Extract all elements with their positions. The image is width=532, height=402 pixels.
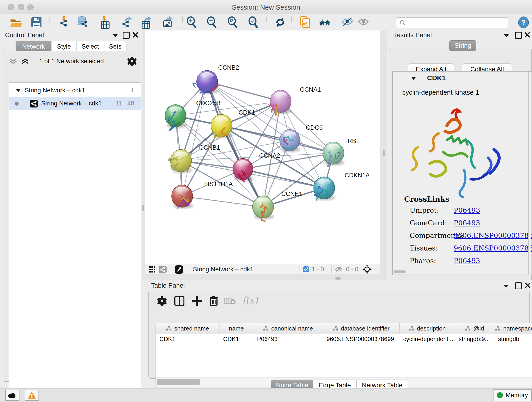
export-image-button[interactable] [162,16,174,29]
show-columns-icon[interactable] [174,296,184,306]
control-panel-float-icon[interactable] [123,32,130,39]
refresh-layout-button[interactable] [274,16,287,29]
zoom-selected-button[interactable] [247,16,260,29]
results-horizontal-scrollbar[interactable] [394,270,405,273]
node-CDK1[interactable] [211,114,233,140]
control-panel-close-icon[interactable] [133,32,138,38]
table-options-gear-icon[interactable] [157,296,167,306]
table-panel-close-icon[interactable] [525,282,531,288]
zoom-in-button[interactable] [185,16,198,29]
table-cell[interactable]: stringdb [494,334,532,344]
import-network-button[interactable] [57,16,70,29]
results-panel-float-icon[interactable] [515,32,522,39]
results-panel-collapse-icon[interactable] [503,33,510,38]
results-panel-close-icon[interactable] [524,32,530,38]
table-panel-float-icon[interactable] [515,282,522,289]
warning-icon [28,391,36,399]
first-neighbors-button[interactable] [319,16,332,29]
table-hscroll-thumb[interactable] [157,379,200,385]
node-label-CDKN1A: CDKN1A [345,172,370,179]
table-cell[interactable]: 9606.ENSP00000378699 [323,334,399,344]
memory-button[interactable]: Memory [493,389,532,401]
statusbar-separator [171,265,171,274]
network-collection-row[interactable]: String Network – cdk1 1 [9,84,141,97]
export-table-button[interactable] [140,16,153,29]
node-label-CCNB1: CCNB1 [199,144,220,151]
hidden-eye-icon[interactable] [335,266,343,273]
tab-string[interactable]: String [449,40,476,51]
edge-CCNE1-HIST1H1A[interactable] [182,196,263,207]
tab-select[interactable]: Select [76,41,104,52]
divider-handle[interactable] [335,277,341,280]
import-table-button[interactable] [97,16,110,29]
divider-bottom[interactable] [145,274,380,280]
node-CDC25B[interactable] [165,104,187,130]
zoom-out-button[interactable] [206,16,218,29]
import-database-button[interactable] [76,16,89,29]
cloud-button[interactable] [5,390,19,401]
gene-header[interactable]: CDK1 [393,71,531,85]
column-header-description[interactable]: description [399,323,455,334]
show-all-button[interactable] [357,16,370,29]
divider-handle[interactable] [142,205,144,211]
gene-name: CDK1 [427,74,446,82]
fit-content-crosshair-icon[interactable] [362,265,372,274]
gene-expander-icon[interactable] [411,76,417,80]
node-CCNE1[interactable] [253,196,274,221]
node-CCNB2[interactable] [193,70,218,94]
warning-button[interactable] [25,390,39,401]
table-cell[interactable]: P06493 [253,334,322,344]
crosslink-pharos-link[interactable]: P06493 [454,257,480,265]
export-network-button[interactable] [121,16,133,29]
network-options-gear-icon[interactable] [127,56,137,66]
node-CCNA2[interactable] [233,158,254,182]
selected-checkbox-icon[interactable] [303,266,309,273]
edge-CCNA2-CDKN1A[interactable] [243,169,324,188]
crosslink-compartments-link[interactable]: 9606.ENSP00000378699 [454,231,532,240]
network-row-selected[interactable]: String Network – cdk1 11 48 [9,97,141,110]
column-header-name[interactable]: name [220,323,253,334]
column-header-sharedname[interactable]: shared name [156,323,220,334]
delete-column-trash-icon[interactable] [209,295,219,306]
create-column-plus-icon[interactable] [192,296,202,306]
crosslink-genecard-link[interactable]: P06493 [454,219,480,227]
open-session-button[interactable] [9,16,22,29]
node-CCNB1[interactable] [169,149,192,173]
search-input[interactable] [396,17,508,28]
column-header-canonicalname[interactable]: canonical name [253,323,323,334]
network-canvas[interactable]: CCNB2CCNA1CDC25BCDK1CDC6RB1CCNB1CCNA2CDK… [145,31,380,264]
hide-selected-button[interactable] [341,16,354,29]
node-RB1[interactable] [323,142,345,167]
column-header-databaseidentifier[interactable]: database identifier [323,323,399,334]
statusbar-separator [187,265,187,274]
table-cell[interactable]: CDK1 [156,334,219,344]
table-cell[interactable]: CDK1 [220,334,253,344]
tree-expander-icon[interactable] [16,89,21,93]
tab-style[interactable]: Style [51,41,76,52]
grid-view-icon[interactable] [149,266,156,273]
results-vertical-scrollbar[interactable] [528,71,531,274]
network-view-icon[interactable] [158,265,167,274]
birds-eye-view-icon[interactable] [175,265,183,274]
column-header-id[interactable]: @id [455,323,494,334]
save-session-button[interactable] [30,16,42,29]
table-panel-collapse-icon[interactable] [503,284,510,288]
help-button[interactable]: ? [518,17,530,28]
delete-table-icon[interactable] [224,297,236,305]
control-panel-collapse-icon[interactable] [112,33,119,38]
node-CDKN1A[interactable] [314,177,336,200]
node-CCNA1[interactable] [268,90,292,116]
edge-CCNB2-HIST1H1A[interactable] [182,82,207,196]
node-HIST1H1A[interactable] [172,185,193,209]
table-cell[interactable]: cyclin-dependent ... [399,334,455,344]
crosslink-tissues-link[interactable]: 9606.ENSP00000378699 [454,244,532,252]
tab-network[interactable]: Network [16,41,51,52]
cloud-icon [8,392,17,398]
zoom-fit-button[interactable] [226,16,239,29]
tab-sets[interactable]: Sets [104,41,127,52]
table-cell[interactable]: stringdb:9... [455,334,494,344]
clone-network-button[interactable] [299,16,312,29]
divider-handle[interactable] [383,150,385,156]
column-header-namespace[interactable]: namespace [494,323,532,334]
crosslink-uniprot-link[interactable]: P06493 [454,206,480,214]
